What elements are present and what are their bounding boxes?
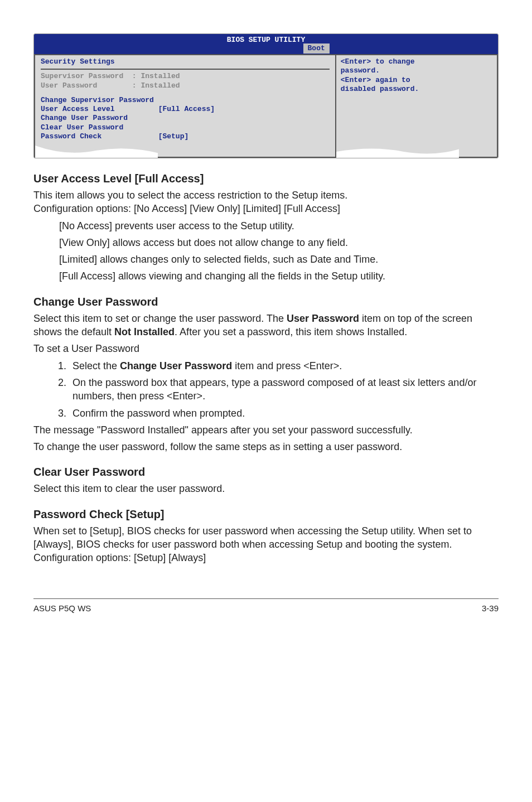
heading-password-check: Password Check [Setup] (33, 508, 499, 521)
option-view-only: [View Only] allows access but does not a… (33, 236, 499, 249)
text: Select the (72, 360, 120, 371)
torn-edge-icon (336, 146, 459, 158)
bold-text: Change User Password (120, 360, 232, 371)
supervisor-password-label: Supervisor Password (41, 72, 123, 80)
bios-header: BIOS SETUP UTILITY Boot (34, 34, 498, 54)
text: Configuration options: [Setup] [Always] (33, 552, 206, 563)
heading-user-access-level: User Access Level [Full Access] (33, 172, 499, 185)
change-user-password-item: Change User Password (41, 114, 330, 123)
password-check-value: [Setup] (158, 132, 189, 141)
supervisor-password-value: : Installed (132, 72, 180, 80)
user-access-level-item: User Access Level [Full Access] (41, 105, 330, 114)
bios-tab-boot: Boot (303, 44, 330, 54)
footer-product: ASUS P5Q WS (33, 603, 91, 613)
change-supervisor-password-item: Change Supervisor Password (41, 96, 330, 105)
help-line: <Enter> again to (341, 76, 492, 85)
supervisor-password-row: Supervisor Password : Installed (41, 72, 330, 81)
password-check-item: Password Check [Setup] (41, 132, 330, 141)
paragraph: This item allows you to select the acces… (33, 189, 499, 216)
option-limited: [Limited] allows changes only to selecte… (33, 253, 499, 266)
page-footer: ASUS P5Q WS 3-39 (33, 598, 499, 613)
paragraph: The message "Password Installed" appears… (33, 423, 499, 437)
help-line: password. (341, 66, 492, 75)
torn-edge-icon (35, 146, 158, 158)
help-line: disabled password. (341, 85, 492, 94)
bold-text: User Password (287, 313, 359, 324)
paragraph: To set a User Password (33, 342, 499, 355)
steps-list: Select the Change User Password item and… (33, 359, 499, 420)
text: item and press <Enter>. (232, 360, 342, 371)
heading-clear-user-password: Clear User Password (33, 466, 499, 479)
clear-user-password-item: Clear User Password (41, 123, 330, 132)
list-item: On the password box that appears, type a… (69, 376, 499, 403)
text: This item allows you to select the acces… (33, 190, 347, 201)
security-settings-heading: Security Settings (41, 57, 330, 67)
password-check-label: Password Check (41, 132, 101, 141)
text: . After you set a password, this item sh… (175, 326, 407, 337)
bios-left-pane: Security Settings Supervisor Password : … (34, 54, 336, 158)
user-password-label: User Password (41, 81, 97, 90)
bios-help-pane: <Enter> to change password. <Enter> agai… (336, 54, 498, 158)
paragraph: When set to [Setup], BIOS checks for use… (33, 524, 499, 565)
option-full-access: [Full Access] allows viewing and changin… (33, 269, 499, 283)
text: Configuration options: [No Access] [View… (33, 203, 340, 214)
user-access-level-label: User Access Level (41, 105, 115, 113)
list-item: Select the Change User Password item and… (69, 359, 499, 373)
bold-text: Not Installed (114, 326, 175, 337)
footer-page-number: 3-39 (482, 603, 499, 613)
option-no-access: [No Access] prevents user access to the … (33, 219, 499, 233)
divider (41, 69, 330, 70)
text: When set to [Setup], BIOS checks for use… (33, 525, 472, 550)
user-password-value: : Installed (132, 81, 180, 90)
bios-title: BIOS SETUP UTILITY (34, 35, 498, 45)
heading-change-user-password: Change User Password (33, 296, 499, 308)
help-line: <Enter> to change (341, 57, 492, 66)
bios-screenshot: BIOS SETUP UTILITY Boot Security Setting… (33, 33, 499, 158)
user-password-row: User Password : Installed (41, 81, 330, 90)
list-item: Confirm the password when prompted. (69, 407, 499, 420)
text: Select this item to set or change the us… (33, 313, 287, 324)
user-access-level-value: [Full Access] (158, 105, 215, 113)
paragraph: Select this item to set or change the us… (33, 312, 499, 339)
paragraph: Select this item to clear the user passw… (33, 482, 499, 495)
paragraph: To change the user password, follow the … (33, 440, 499, 453)
